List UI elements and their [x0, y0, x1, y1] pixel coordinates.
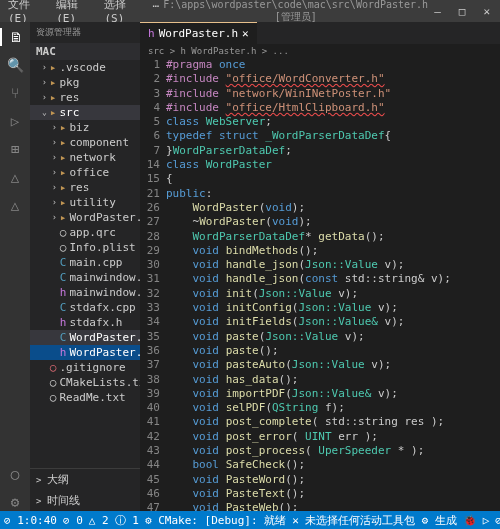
run-icon[interactable]: ▷: [6, 112, 24, 130]
file-icon: ▸: [50, 91, 57, 104]
tree-item-network[interactable]: ›▸network: [30, 150, 140, 165]
tree-item-mainwindow-cpp[interactable]: Cmainwindow.cpp: [30, 270, 140, 285]
extensions-icon[interactable]: ⊞: [6, 140, 24, 158]
chevron-icon: ›: [52, 123, 57, 132]
tree-item-res[interactable]: ›▸res: [30, 90, 140, 105]
chevron-icon: ›: [42, 63, 47, 72]
file-icon: ▸: [60, 196, 67, 209]
file-icon: h: [148, 27, 155, 40]
tree-label: mainwindow.cpp: [69, 271, 140, 284]
tree-item-main-cpp[interactable]: Cmain.cpp: [30, 255, 140, 270]
chevron-icon: ›: [52, 183, 57, 192]
status-run[interactable]: ▷: [483, 514, 490, 527]
status-warnings[interactable]: △ 2: [89, 514, 109, 527]
file-icon: ○: [50, 376, 57, 389]
tab-wordpaster-h[interactable]: h WordPaster.h ✕: [140, 22, 257, 44]
tree-label: .vscode: [59, 61, 105, 74]
timeline-section[interactable]: > 时间线: [30, 490, 140, 511]
sidebar-root[interactable]: MAC: [30, 43, 140, 60]
window-minimize[interactable]: —: [428, 3, 447, 20]
tree-label: WordPaster.h: [69, 346, 140, 359]
file-icon: ○: [50, 391, 57, 404]
scm-icon[interactable]: ⑂: [6, 84, 24, 102]
explorer-icon[interactable]: 🗎: [0, 28, 30, 46]
file-icon: ▸: [60, 211, 67, 224]
close-icon[interactable]: ✕: [242, 27, 249, 40]
status-ratio[interactable]: ⊘ 1:0:40: [4, 514, 57, 527]
sidebar-title: 资源管理器: [30, 22, 140, 43]
status-build[interactable]: ⚙ 生成: [421, 513, 456, 528]
tab-bar: h WordPaster.h ✕: [140, 22, 500, 44]
outline-section[interactable]: > 大纲: [30, 469, 140, 490]
tree-label: biz: [69, 121, 89, 134]
minimap[interactable]: [486, 58, 500, 511]
file-icon: ▸: [60, 121, 67, 134]
tree-label: WordPaster.cpp: [69, 331, 140, 344]
tree-item-Info-plist[interactable]: ○Info.plist: [30, 240, 140, 255]
tree-item--gitignore[interactable]: ○.gitignore: [30, 360, 140, 375]
status-errors[interactable]: ⊘ 0: [63, 514, 83, 527]
chevron-icon: ›: [52, 168, 57, 177]
chevron-icon: ›: [52, 198, 57, 207]
tree-item-biz[interactable]: ›▸biz: [30, 120, 140, 135]
tree-item-app-qrc[interactable]: ○app.qrc: [30, 225, 140, 240]
statusbar: ⊘ 1:0:40 ⊘ 0 △ 2 ⓘ 1 ⚙ CMake: [Debug]: 就…: [0, 511, 500, 529]
tree-item-res[interactable]: ›▸res: [30, 180, 140, 195]
file-tree: ›▸.vscode›▸pkg›▸res⌄▸src›▸biz›▸component…: [30, 60, 140, 468]
tree-item-component[interactable]: ›▸component: [30, 135, 140, 150]
tree-item-stdafx-h[interactable]: hstdafx.h: [30, 315, 140, 330]
tree-label: main.cpp: [69, 256, 122, 269]
tree-item--vscode[interactable]: ›▸.vscode: [30, 60, 140, 75]
tree-item-CMakeLists-txt[interactable]: ○CMakeLists.txt: [30, 375, 140, 390]
chevron-icon: ›: [52, 213, 57, 222]
chevron-icon: ›: [42, 93, 47, 102]
tree-label: mainwindow.h: [69, 286, 140, 299]
status-info[interactable]: ⓘ 1: [115, 513, 139, 528]
window-maximize[interactable]: □: [453, 3, 472, 20]
tree-label: res: [59, 91, 79, 104]
window-title: F:\apps\wordpaster\code\mac\src\WordPast…: [163, 0, 428, 24]
test-icon[interactable]: △: [6, 168, 24, 186]
sidebar: 资源管理器 MAC ›▸.vscode›▸pkg›▸res⌄▸src›▸biz›…: [30, 22, 140, 511]
search-icon[interactable]: 🔍: [6, 56, 24, 74]
tree-item-src[interactable]: ⌄▸src: [30, 105, 140, 120]
tree-item-ReadMe-txt[interactable]: ○ReadMe.txt: [30, 390, 140, 405]
cmake-icon[interactable]: △: [6, 196, 24, 214]
file-icon: ▸: [60, 166, 67, 179]
tree-item-office[interactable]: ›▸office: [30, 165, 140, 180]
tree-item-WordPaster-cpp[interactable]: CWordPaster.cpp: [30, 330, 140, 345]
file-icon: h: [60, 286, 67, 299]
status-cmake[interactable]: ⚙ CMake: [Debug]: 就绪: [145, 513, 286, 528]
file-icon: h: [60, 316, 67, 329]
file-icon: ○: [60, 226, 67, 239]
window-close[interactable]: ✕: [477, 3, 496, 20]
tree-label: CMakeLists.txt: [59, 376, 140, 389]
file-icon: C: [60, 301, 67, 314]
tree-label: ReadMe.txt: [59, 391, 125, 404]
tree-label: stdafx.cpp: [69, 301, 135, 314]
tree-label: .gitignore: [59, 361, 125, 374]
status-target[interactable]: ⊘ 运行 Client: [495, 513, 500, 528]
tree-item-WordPaster-xcodeproj[interactable]: ›▸WordPaster.xcodeproj: [30, 210, 140, 225]
tree-item-utility[interactable]: ›▸utility: [30, 195, 140, 210]
tree-item-stdafx-cpp[interactable]: Cstdafx.cpp: [30, 300, 140, 315]
status-kit[interactable]: ✕ 未选择任何活动工具包: [292, 513, 415, 528]
tree-label: app.qrc: [69, 226, 115, 239]
tree-label: utility: [69, 196, 115, 209]
tree-label: WordPaster.xcodeproj: [69, 211, 140, 224]
tree-label: res: [69, 181, 89, 194]
chevron-icon: ›: [42, 78, 47, 87]
chevron-icon: ⌄: [42, 108, 47, 117]
account-icon[interactable]: ◯: [6, 465, 24, 483]
code-content[interactable]: #pragma once#include "office/WordConvert…: [166, 58, 486, 511]
file-icon: ▸: [60, 136, 67, 149]
tree-item-WordPaster-h[interactable]: hWordPaster.h2: [30, 345, 140, 360]
file-icon: ○: [60, 241, 67, 254]
tree-item-mainwindow-h[interactable]: hmainwindow.h: [30, 285, 140, 300]
status-debug[interactable]: 🐞: [463, 514, 477, 527]
tree-label: pkg: [59, 76, 79, 89]
chevron-icon: ›: [52, 153, 57, 162]
tree-item-pkg[interactable]: ›▸pkg: [30, 75, 140, 90]
breadcrumb[interactable]: src > h WordPaster.h > ...: [140, 44, 500, 58]
settings-icon[interactable]: ⚙: [6, 493, 24, 511]
